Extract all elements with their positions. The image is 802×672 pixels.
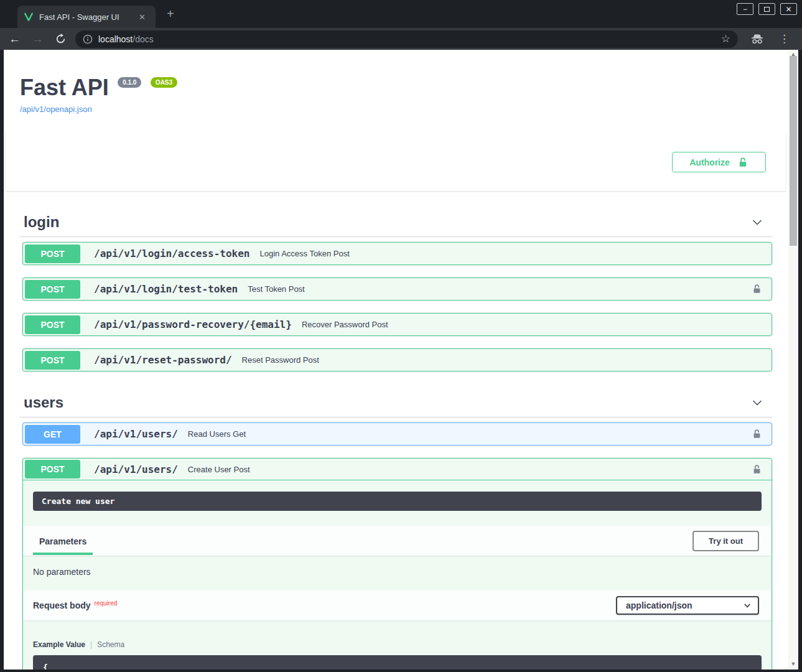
scroll-down-icon[interactable]: ▼ — [788, 660, 798, 668]
endpoint-login-access-token: POST /api/v1/login/access-token Login Ac… — [22, 242, 772, 265]
method-badge: GET — [25, 425, 80, 444]
endpoint-summary[interactable]: POST /api/v1/login/test-token Test Token… — [23, 278, 772, 300]
tab-example-value[interactable]: Example Value — [33, 640, 85, 649]
section-users-header[interactable]: users — [20, 388, 772, 418]
media-type-select[interactable]: application/json — [616, 596, 759, 615]
url-host: localhost — [98, 34, 133, 44]
model-example-tabs: Example Value | Schema — [23, 620, 772, 649]
site-info-icon[interactable] — [83, 34, 93, 44]
method-badge: POST — [25, 315, 80, 334]
media-type-value: application/json — [626, 600, 692, 610]
endpoint-path: /api/v1/login/access-token — [94, 248, 249, 259]
example-code-block: { — [33, 655, 762, 670]
authorize-button[interactable]: Authorize — [672, 152, 766, 172]
openapi-spec-link[interactable]: /api/v1/openapi.json — [20, 105, 92, 114]
endpoint-path: /api/v1/password-recovery/{email} — [94, 319, 292, 330]
new-tab-icon[interactable]: + — [163, 7, 178, 21]
chevron-down-icon[interactable] — [751, 216, 763, 228]
operation-description: Create new user — [33, 492, 762, 511]
endpoint-summary[interactable]: POST /api/v1/users/ Create User Post — [23, 459, 772, 480]
page-title: Fast API — [20, 75, 109, 101]
scrollbar-thumb[interactable] — [790, 56, 797, 246]
request-body-label: Request bodyrequired — [33, 600, 117, 610]
code-text: { — [43, 663, 48, 670]
tab-schema[interactable]: Schema — [97, 640, 124, 649]
no-parameters-text: No parameters — [33, 567, 91, 577]
tab-separator: | — [90, 640, 92, 649]
operation-body: Create new user Parameters Try it out No… — [23, 492, 772, 670]
oas-badge: OAS3 — [151, 77, 177, 88]
section-users: users GET /api/v1/users/ Read Users Get — [20, 388, 772, 670]
section-users-rows: GET /api/v1/users/ Read Users Get — [20, 418, 772, 670]
endpoint-create-user: POST /api/v1/users/ Create User Post Cre… — [22, 458, 772, 670]
address-bar[interactable]: localhost/docs ☆ — [75, 30, 738, 48]
endpoint-description: Login Access Token Post — [259, 249, 349, 258]
section-login-rows: POST /api/v1/login/access-token Login Ac… — [20, 237, 772, 371]
swagger-ui: Fast API 0.1.0 OAS3 /api/v1/openapi.json… — [4, 50, 788, 670]
browser-titlebar: Fast API - Swagger UI ✕ + − ✕ — [0, 0, 802, 28]
section-users-title: users — [24, 394, 63, 411]
url-path: /docs — [133, 34, 153, 44]
endpoint-summary[interactable]: GET /api/v1/users/ Read Users Get — [23, 423, 772, 445]
tab-title: Fast API - Swagger UI — [39, 12, 135, 22]
method-badge: POST — [25, 280, 80, 299]
method-badge: POST — [25, 351, 80, 370]
method-badge: POST — [25, 460, 80, 478]
try-it-out-button[interactable]: Try it out — [692, 531, 759, 551]
select-chevron-icon — [743, 601, 752, 610]
favicon-v-icon — [24, 12, 34, 22]
window-controls: − ✕ — [737, 3, 797, 15]
forward-icon[interactable]: → — [32, 33, 44, 45]
page-viewport: Fast API 0.1.0 OAS3 /api/v1/openapi.json… — [4, 50, 788, 670]
required-marker: required — [95, 600, 118, 607]
endpoint-summary[interactable]: POST /api/v1/login/access-token Login Ac… — [23, 243, 772, 264]
api-info: Fast API 0.1.0 OAS3 /api/v1/openapi.json — [20, 50, 772, 114]
back-icon[interactable]: ← — [9, 33, 21, 45]
parameters-header: Parameters Try it out — [23, 526, 772, 556]
endpoint-password-recovery: POST /api/v1/password-recovery/{email} R… — [22, 313, 772, 336]
endpoint-read-users: GET /api/v1/users/ Read Users Get — [22, 422, 772, 446]
endpoint-path: /api/v1/users/ — [94, 464, 178, 475]
endpoint-login-test-token: POST /api/v1/login/test-token Test Token… — [22, 278, 772, 301]
endpoint-description: Read Users Get — [188, 429, 246, 439]
page-scrollbar: ▲ ▼ — [788, 50, 798, 670]
maximize-icon — [764, 7, 770, 12]
close-button[interactable]: ✕ — [780, 3, 797, 15]
request-body-header: Request bodyrequired application/json — [23, 590, 772, 620]
chevron-down-icon[interactable] — [751, 396, 763, 409]
incognito-icon — [750, 34, 764, 44]
endpoint-summary[interactable]: POST /api/v1/reset-password/ Reset Passw… — [23, 349, 772, 371]
request-body-title: Request body — [33, 600, 91, 610]
browser-tab[interactable]: Fast API - Swagger UI ✕ — [17, 6, 156, 28]
auth-lock-icon[interactable] — [752, 464, 762, 475]
tab-close-icon[interactable]: ✕ — [135, 11, 149, 23]
endpoint-path: /api/v1/users/ — [94, 428, 178, 440]
method-badge: POST — [25, 245, 80, 263]
section-login-header[interactable]: login — [20, 207, 772, 237]
endpoint-summary[interactable]: POST /api/v1/password-recovery/{email} R… — [23, 314, 772, 335]
minimize-button[interactable]: − — [737, 3, 753, 15]
endpoint-path: /api/v1/login/test-token — [94, 283, 238, 295]
endpoint-description: Reset Password Post — [242, 355, 319, 365]
endpoint-description: Recover Password Post — [302, 320, 388, 329]
unlock-icon — [737, 157, 748, 168]
reload-icon[interactable] — [55, 33, 67, 45]
authorize-label: Authorize — [689, 157, 730, 167]
browser-menu-icon[interactable]: ⋮ — [775, 32, 793, 45]
browser-toolbar: ← → localhost/docs ☆ ⋮ — [0, 28, 802, 50]
endpoint-reset-password: POST /api/v1/reset-password/ Reset Passw… — [22, 348, 772, 371]
version-badge: 0.1.0 — [118, 77, 141, 88]
auth-lock-icon[interactable] — [752, 284, 762, 294]
bookmark-star-icon[interactable]: ☆ — [721, 32, 730, 45]
endpoint-path: /api/v1/reset-password/ — [94, 354, 232, 366]
endpoint-description: Test Token Post — [248, 284, 305, 294]
tab-parameters[interactable]: Parameters — [33, 527, 93, 555]
scheme-container: Authorize — [6, 133, 786, 191]
parameters-body: No parameters — [23, 556, 772, 590]
auth-lock-icon[interactable] — [752, 429, 762, 439]
section-login-title: login — [24, 213, 59, 231]
endpoint-description: Create User Post — [188, 465, 250, 474]
maximize-button[interactable] — [758, 3, 775, 15]
section-login: login POST /api/v1/login/access-token Lo… — [20, 207, 772, 371]
